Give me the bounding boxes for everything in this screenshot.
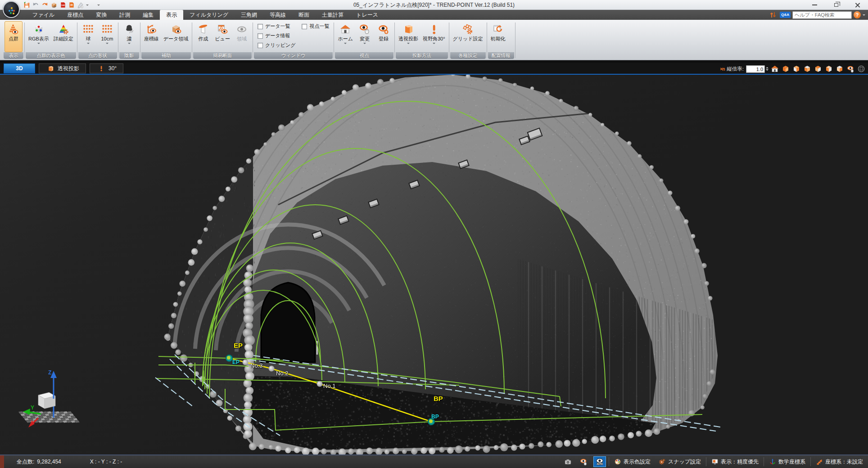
status-item-camera[interactable] <box>560 455 576 468</box>
status-grip <box>0 455 4 468</box>
menu-item-5[interactable]: 表示 <box>160 10 183 20</box>
ribbon-group-label: 簡易断面 <box>193 52 252 59</box>
ribbon-button-透視投影[interactable]: 透視投影 <box>397 21 420 52</box>
ribbon-group-label: 点の形状 <box>78 52 117 59</box>
ribbon-group-3: 濃陰影 <box>118 21 140 60</box>
help-button[interactable]: ? <box>854 11 861 18</box>
cube-view-4[interactable] <box>813 64 823 73</box>
checkbox-データ情報[interactable]: データ情報 <box>258 32 296 39</box>
ribbon-group-label: 投影方法 <box>396 52 448 59</box>
viewport-3d[interactable]: Z Y EPEPNo.3No.2No.1BPBP <box>0 75 868 454</box>
ribbon-group-6: データ一覧データ情報クリッピング視点一覧ウィンドウ <box>253 21 334 60</box>
status-item-スナップ設定[interactable]: スナップ設定 <box>655 455 705 468</box>
view-tab-bar: 3D 透視投影 30° ×n 縦倍率: 1.0 <box>0 63 868 75</box>
cube-view-6[interactable] <box>835 64 845 73</box>
axes-eye-icon <box>146 22 157 36</box>
svg-text:AUTO: AUTO <box>597 463 602 465</box>
status-item-数学座標系[interactable]: 数学座標系 <box>765 455 809 468</box>
ribbon-group-10: 初期化配置情報 <box>487 21 515 60</box>
menu-item-8[interactable]: 等高線 <box>263 10 292 20</box>
vertical-scale-icon: ×n <box>720 67 724 72</box>
rotate-sphere-icon[interactable] <box>856 64 866 73</box>
scene-label-BP-6: BP <box>431 414 439 419</box>
ribbon-button-座標線[interactable]: 座標線 <box>142 21 161 52</box>
ribbon-group-label: 点群の表示色 <box>26 52 76 59</box>
vertical-scale-value[interactable]: 1.0 <box>746 65 765 73</box>
cube-view-5[interactable] <box>824 64 834 73</box>
menu-bar: ファイル座標点変換計測編集表示フィルタリング三角網等高線断面土量計算トレース <box>0 10 868 20</box>
help-search-input[interactable] <box>792 11 852 19</box>
menu-item-11[interactable]: トレース <box>350 10 384 20</box>
grid-gear-icon <box>462 22 473 36</box>
ribbon-group-label: ウィンドウ <box>254 52 333 59</box>
cube-view-2[interactable] <box>791 64 801 73</box>
ribbon-button-点群[interactable]: 点群 <box>5 21 23 52</box>
checkbox-データ一覧[interactable]: データ一覧 <box>258 23 296 30</box>
palette-icon <box>614 458 621 465</box>
ribbon-button-データ領域[interactable]: データ領域 <box>162 21 190 52</box>
ribbon-group-label: 各種設定 <box>450 52 486 59</box>
ribbon-button-変更[interactable]: 変更 <box>356 21 374 52</box>
help-caret-icon[interactable] <box>863 14 865 17</box>
view-toolbar-right: ×n 縦倍率: 1.0 <box>720 64 866 74</box>
tab-3d[interactable]: 3D <box>4 63 35 73</box>
status-bar: 全点数: 9,282,454 X : - Y : - Z : - AUTO表示色… <box>0 455 868 468</box>
ribbon-button-視野角30°[interactable]: 視野角30° <box>421 21 447 52</box>
home-icon <box>340 22 351 36</box>
ribbon: 点群表示RGB表示詳細設定点群の表示色球10cm点の形状濃陰影座標線データ領域補… <box>0 20 868 60</box>
ribbon-group-5: 作成ビュー領域簡易断面 <box>192 21 253 60</box>
cube-eye-icon <box>171 22 181 36</box>
menu-item-1[interactable]: 座標点 <box>61 10 90 20</box>
ribbon-group-label: 陰影 <box>119 52 139 59</box>
app-logo[interactable] <box>3 1 20 18</box>
checkbox-視点一覧[interactable]: 視点一覧 <box>302 23 329 30</box>
status-item-表示：精度優先[interactable]: 表示：精度優先 <box>707 455 763 468</box>
status-item-eye-auto[interactable]: AUTO <box>593 456 606 467</box>
ribbon-button-球[interactable]: 球 <box>79 21 97 52</box>
axis3-icon <box>769 458 776 465</box>
menu-item-2[interactable]: 変換 <box>90 10 113 20</box>
checkbox-クリッピング[interactable]: クリッピング <box>258 42 296 49</box>
ribbon-group-label: 表示 <box>4 52 23 59</box>
status-separator <box>706 457 706 466</box>
axis-gizmo: Z Y <box>16 367 83 435</box>
restore-button[interactable] <box>831 1 841 9</box>
home-view-icon[interactable] <box>770 64 780 73</box>
ribbon-button-ホーム[interactable]: ホーム <box>336 21 355 52</box>
minimize-button[interactable] <box>809 1 819 9</box>
ribbon-button-詳細設定[interactable]: 詳細設定 <box>52 21 75 52</box>
tab-perspective[interactable]: 透視投影 <box>39 63 86 73</box>
ribbon-button-RGB表示[interactable]: RGB表示 <box>27 21 51 52</box>
ribbon-button-濃[interactable]: 濃 <box>120 21 138 52</box>
ribbon-button-初期化[interactable]: 初期化 <box>489 21 507 52</box>
status-item-表示色設定[interactable]: 表示色設定 <box>610 455 655 468</box>
status-item-座標系：未設定[interactable]: 座標系：未設定 <box>812 455 867 468</box>
change-view-icon[interactable] <box>845 64 855 73</box>
status-item-eye-mouse[interactable] <box>576 455 592 468</box>
dropdown-caret-icon <box>37 43 40 45</box>
scene-label-EP-0: EP <box>234 342 243 349</box>
menu-item-3[interactable]: 計測 <box>113 10 136 20</box>
ribbon-button-10cm[interactable]: 10cm <box>98 21 116 52</box>
eye-plus-icon <box>378 22 389 36</box>
ribbon-button-ビュー[interactable]: ビュー <box>213 21 232 52</box>
menu-item-7[interactable]: 三角網 <box>235 10 263 20</box>
cube-view-1[interactable] <box>781 64 791 73</box>
ribbon-button-グリッド設定[interactable]: グリッド設定 <box>451 21 485 52</box>
axis-z-label: Z <box>48 369 51 376</box>
sort-arrows-icon[interactable] <box>768 10 778 19</box>
vertical-scale-spinner[interactable]: 1.0 <box>746 65 769 73</box>
win-refresh-icon <box>493 22 503 36</box>
menu-item-4[interactable]: 編集 <box>136 10 160 20</box>
ribbon-button-登録[interactable]: 登録 <box>375 21 393 52</box>
ribbon-button-作成[interactable]: 作成 <box>194 21 212 52</box>
menu-item-10[interactable]: 土量計算 <box>316 10 350 20</box>
scene-label-BP-5: BP <box>434 395 443 402</box>
point-count-value: 9,282,454 <box>37 459 61 465</box>
tab-fov[interactable]: 30° <box>90 63 123 73</box>
cube-view-3[interactable] <box>802 64 812 73</box>
menu-item-6[interactable]: フィルタリング <box>183 10 235 20</box>
menu-item-9[interactable]: 断面 <box>292 10 316 20</box>
menu-item-0[interactable]: ファイル <box>26 10 61 20</box>
close-button[interactable] <box>853 1 863 9</box>
